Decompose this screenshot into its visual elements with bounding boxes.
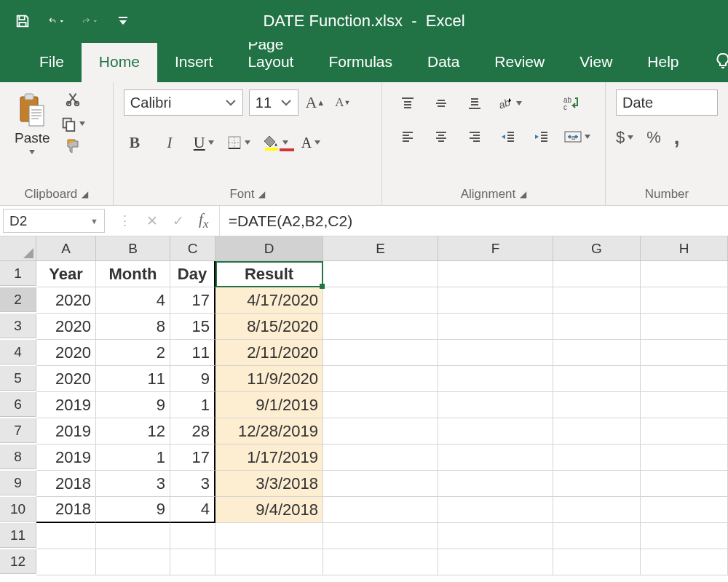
cell[interactable]: 9 (170, 366, 215, 392)
tab-page-layout[interactable]: Page Layout (230, 42, 311, 82)
cell[interactable] (323, 523, 438, 549)
align-center-icon[interactable] (430, 126, 452, 148)
align-bottom-icon[interactable] (464, 92, 486, 114)
cell[interactable]: 9 (96, 497, 170, 523)
cell[interactable] (641, 497, 728, 523)
font-name-combo[interactable]: Calibri (124, 89, 243, 116)
cell[interactable] (323, 287, 438, 314)
cell[interactable]: 2020 (36, 314, 96, 340)
cell[interactable] (170, 549, 215, 575)
decrease-indent-icon[interactable] (497, 126, 519, 148)
cell[interactable] (438, 287, 553, 314)
cell[interactable] (641, 366, 728, 392)
cell[interactable] (641, 392, 728, 418)
cell[interactable] (641, 471, 728, 497)
cell[interactable]: 12/28/2019 (215, 418, 323, 445)
cell[interactable] (215, 549, 323, 575)
cell[interactable]: 4 (96, 287, 170, 314)
redo-button[interactable] (82, 13, 98, 29)
cell[interactable]: 3 (96, 471, 170, 497)
cell[interactable] (641, 287, 728, 314)
row-header[interactable]: 12 (0, 549, 36, 574)
col-header-G[interactable]: G (553, 236, 641, 261)
tab-file[interactable]: File (22, 43, 82, 82)
align-top-icon[interactable] (397, 92, 419, 114)
wrap-text-icon[interactable]: abc (560, 92, 582, 114)
decrease-font-icon[interactable]: A▼ (332, 92, 354, 113)
col-header-E[interactable]: E (323, 236, 438, 261)
cell[interactable]: 15 (170, 314, 215, 340)
dialog-launcher-icon[interactable]: ◢ (258, 189, 265, 199)
row-header[interactable]: 8 (0, 445, 36, 469)
cell[interactable]: Year (36, 261, 96, 287)
cell[interactable]: 28 (170, 418, 215, 445)
cell[interactable] (438, 445, 553, 471)
tab-home[interactable]: Home (82, 43, 157, 82)
dialog-launcher-icon[interactable]: ◢ (82, 189, 88, 199)
cell[interactable] (641, 340, 728, 366)
underline-button[interactable]: U (194, 133, 214, 152)
tab-data[interactable]: Data (410, 43, 477, 82)
cell[interactable]: 8/15/2020 (215, 314, 323, 340)
cell[interactable] (438, 497, 553, 523)
cell[interactable] (323, 340, 438, 366)
row-header[interactable]: 9 (0, 471, 36, 495)
orientation-button[interactable]: ab (497, 95, 522, 111)
copy-button[interactable] (60, 116, 85, 132)
cell[interactable] (641, 549, 728, 575)
cell[interactable] (438, 549, 553, 575)
cell[interactable]: 2/11/2020 (215, 340, 323, 366)
font-color-button[interactable]: A (301, 135, 320, 151)
cell[interactable] (323, 471, 438, 497)
cell[interactable]: 2020 (36, 340, 96, 366)
row-header[interactable]: 3 (0, 314, 36, 338)
cell[interactable]: 12 (96, 418, 170, 445)
cell[interactable] (553, 392, 641, 418)
cell[interactable]: 2018 (36, 471, 96, 497)
cell[interactable] (553, 549, 641, 575)
cell[interactable] (323, 366, 438, 392)
cell[interactable]: 17 (170, 445, 215, 471)
enter-formula-icon[interactable]: ✓ (173, 212, 184, 229)
cell[interactable]: Month (96, 261, 170, 287)
select-all-corner[interactable] (0, 236, 36, 261)
col-header-D[interactable]: D (215, 236, 323, 261)
accounting-format-button[interactable]: $ (616, 128, 633, 147)
row-header[interactable]: 2 (0, 287, 36, 312)
cell[interactable] (438, 418, 553, 445)
cell[interactable] (170, 523, 215, 549)
number-format-combo[interactable]: Date (616, 89, 718, 116)
row-header[interactable]: 10 (0, 497, 36, 522)
increase-indent-icon[interactable] (531, 126, 553, 148)
cell[interactable]: 2019 (36, 392, 96, 418)
paste-button[interactable]: Paste (10, 89, 55, 158)
cell[interactable]: 2020 (36, 287, 96, 314)
cell[interactable] (323, 497, 438, 523)
save-icon[interactable] (15, 13, 31, 29)
col-header-C[interactable]: C (170, 236, 215, 261)
cell[interactable] (553, 497, 641, 523)
cell[interactable]: 2018 (36, 497, 96, 523)
col-header-A[interactable]: A (36, 236, 96, 261)
cell[interactable] (553, 340, 641, 366)
cell[interactable] (553, 366, 641, 392)
cell[interactable] (36, 523, 96, 549)
align-right-icon[interactable] (464, 126, 486, 148)
cell[interactable]: 4/17/2020 (215, 287, 323, 314)
tab-review[interactable]: Review (477, 43, 562, 82)
cell[interactable]: Result (215, 261, 323, 287)
cell[interactable]: 8 (96, 314, 170, 340)
italic-button[interactable]: I (159, 132, 181, 154)
cell[interactable] (96, 523, 170, 549)
cell[interactable] (438, 261, 553, 287)
cell[interactable] (438, 314, 553, 340)
cell[interactable] (323, 314, 438, 340)
customize-qat-icon[interactable] (115, 13, 131, 29)
cell[interactable] (553, 471, 641, 497)
row-header[interactable]: 11 (0, 523, 36, 548)
dialog-launcher-icon[interactable]: ◢ (520, 189, 526, 199)
cell[interactable]: 11 (170, 340, 215, 366)
cell[interactable]: 9/1/2019 (215, 392, 323, 418)
cell[interactable]: 3/3/2018 (215, 471, 323, 497)
cell[interactable] (323, 261, 438, 287)
